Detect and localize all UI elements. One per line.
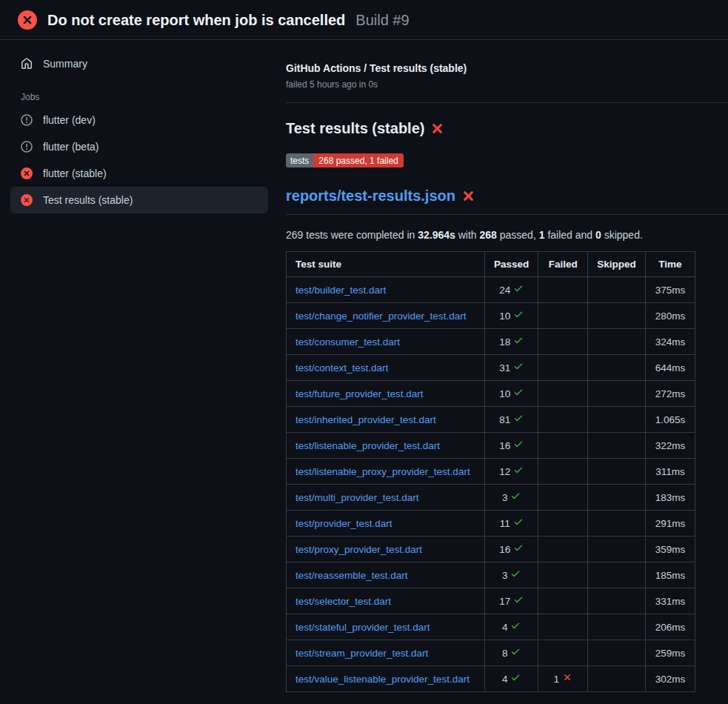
x-icon <box>562 672 572 683</box>
table-body: test/builder_test.dart24375mstest/change… <box>287 277 695 692</box>
col-header-passed: Passed <box>485 252 538 277</box>
suite-cell: test/multi_provider_test.dart <box>287 485 485 511</box>
passed-cell: 4 <box>485 614 538 640</box>
time-cell: 322ms <box>645 433 695 459</box>
suite-cell: test/reassemble_test.dart <box>287 562 485 588</box>
time-cell: 280ms <box>645 303 695 329</box>
time-cell: 259ms <box>645 640 695 666</box>
check-icon <box>513 465 524 475</box>
time-cell: 291ms <box>645 511 695 537</box>
time-cell: 359ms <box>645 537 695 562</box>
check-icon <box>510 646 521 657</box>
suite-link[interactable]: test/inherited_provider_test.dart <box>295 414 436 425</box>
section-title: Test results (stable) <box>286 120 728 137</box>
check-run-header: Do not create report when job is cancell… <box>0 0 728 40</box>
skipped-cell <box>588 433 646 459</box>
suite-link[interactable]: test/builder_test.dart <box>295 285 386 296</box>
skipped-cell <box>588 355 646 381</box>
test-results-table: Test suite Passed Failed Skipped Time te… <box>286 251 695 692</box>
failed-x-icon <box>462 190 475 202</box>
skipped-cell <box>588 277 646 303</box>
suite-link[interactable]: test/value_listenable_provider_test.dart <box>295 674 470 685</box>
sidebar-item-flutter-stable[interactable]: flutter (stable) <box>10 160 268 187</box>
alert-circle-icon <box>21 141 33 153</box>
failed-cell <box>538 459 588 485</box>
main-panel: GitHub Actions / Test results (stable) f… <box>277 40 728 692</box>
sidebar: Summary Jobs flutter (dev)flutter (beta)… <box>0 40 277 213</box>
report-heading: reports/test-results.json <box>286 187 728 205</box>
jobs-heading: Jobs <box>21 92 268 102</box>
suite-link[interactable]: test/provider_test.dart <box>295 518 393 529</box>
check-icon <box>513 361 524 371</box>
failed-cell <box>538 562 588 588</box>
table-row: test/change_notifier_provider_test.dart1… <box>287 303 695 329</box>
check-icon <box>510 620 521 631</box>
failed-cell <box>538 485 588 511</box>
suite-link[interactable]: test/change_notifier_provider_test.dart <box>295 311 466 322</box>
skipped-cell <box>588 614 646 640</box>
failed-cell <box>538 277 588 303</box>
passed-cell: 3 <box>485 485 538 511</box>
x-circle-icon <box>21 194 33 206</box>
suite-cell: test/builder_test.dart <box>287 277 485 303</box>
passed-cell: 8 <box>485 640 538 666</box>
skipped-cell <box>588 303 646 329</box>
passed-cell: 17 <box>485 588 538 614</box>
suite-link[interactable]: test/multi_provider_test.dart <box>295 492 419 503</box>
suite-cell: test/value_listenable_provider_test.dart <box>287 666 485 692</box>
badge-label: tests <box>286 153 313 167</box>
suite-link[interactable]: test/stream_provider_test.dart <box>295 648 428 659</box>
failed-cell <box>538 640 588 666</box>
suite-link[interactable]: test/context_test.dart <box>295 362 388 373</box>
time-cell: 311ms <box>645 459 695 485</box>
suite-cell: test/listenable_proxy_provider_test.dart <box>287 459 485 485</box>
x-circle-icon <box>21 167 33 179</box>
suite-cell: test/proxy_provider_test.dart <box>287 537 485 562</box>
suite-cell: test/future_provider_test.dart <box>287 381 485 407</box>
skipped-cell <box>588 666 646 692</box>
time-cell: 1.065s <box>645 407 695 433</box>
skipped-cell <box>588 588 646 614</box>
failed-cell <box>538 588 588 614</box>
col-header-time: Time <box>645 252 695 277</box>
time-cell: 375ms <box>645 277 695 303</box>
col-header-skipped: Skipped <box>588 252 646 277</box>
breadcrumb: GitHub Actions / Test results (stable) <box>286 62 728 74</box>
summary-line: 269 tests were completed in 32.964s with… <box>286 229 728 241</box>
table-row: test/multi_provider_test.dart3183ms <box>287 485 695 511</box>
sidebar-item-flutter-beta[interactable]: flutter (beta) <box>10 133 268 160</box>
table-row: test/reassemble_test.dart3185ms <box>287 562 695 588</box>
check-icon <box>510 568 521 579</box>
badge-value: 268 passed, 1 failed <box>313 153 403 167</box>
failed-cell <box>538 303 588 329</box>
suite-link[interactable]: test/reassemble_test.dart <box>295 570 408 581</box>
table-row: test/proxy_provider_test.dart16359ms <box>287 537 695 562</box>
passed-cell: 31 <box>485 355 538 381</box>
home-icon <box>21 58 33 70</box>
sidebar-item-flutter-dev[interactable]: flutter (dev) <box>10 107 268 133</box>
sidebar-item-summary[interactable]: Summary <box>10 50 268 77</box>
table-row: test/value_listenable_provider_test.dart… <box>287 666 695 692</box>
suite-link[interactable]: test/consumer_test.dart <box>295 336 400 348</box>
passed-cell: 3 <box>485 562 538 588</box>
skipped-cell <box>588 562 646 588</box>
suite-link[interactable]: test/listenable_proxy_provider_test.dart <box>295 466 470 477</box>
tests-badge: tests 268 passed, 1 failed <box>286 153 404 167</box>
time-cell: 272ms <box>645 381 695 407</box>
suite-link[interactable]: test/stateful_provider_test.dart <box>295 622 430 633</box>
suite-link[interactable]: test/future_provider_test.dart <box>295 388 424 399</box>
suite-cell: test/inherited_provider_test.dart <box>287 407 485 433</box>
skipped-cell <box>588 485 646 511</box>
skipped-cell <box>588 381 646 407</box>
report-link[interactable]: reports/test-results.json <box>286 187 455 205</box>
check-icon <box>513 517 524 527</box>
divider <box>286 214 728 215</box>
failed-cell <box>538 329 588 355</box>
suite-link[interactable]: test/listenable_provider_test.dart <box>295 440 440 451</box>
suite-link[interactable]: test/selector_test.dart <box>295 596 391 607</box>
skipped-cell <box>588 537 646 562</box>
suite-link[interactable]: test/proxy_provider_test.dart <box>295 544 422 555</box>
sidebar-item-label: Test results (stable) <box>43 194 133 206</box>
sidebar-item-test-results-stable[interactable]: Test results (stable) <box>10 187 268 213</box>
suite-cell: test/listenable_provider_test.dart <box>287 433 485 459</box>
